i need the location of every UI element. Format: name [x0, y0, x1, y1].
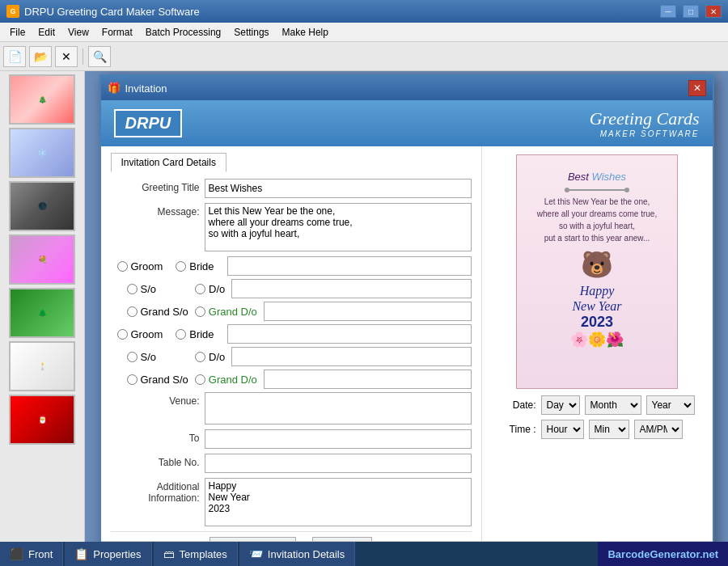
status-tab-templates[interactable]: 🗃 Templates	[154, 542, 238, 566]
status-tabs: ⬛ Front 📋 Properties 🗃 Templates 📨 Invit…	[0, 542, 598, 566]
grand-so2-radio[interactable]	[127, 374, 138, 385]
tab-invitation-card-details[interactable]: Invitation Card Details	[111, 153, 226, 172]
statusbar: ⬛ Front 📋 Properties 🗃 Templates 📨 Invit…	[0, 542, 728, 566]
do1-radio[interactable]	[195, 284, 205, 294]
menu-settings[interactable]: Settings	[227, 25, 275, 40]
grand-so-do-input-2[interactable]	[264, 370, 472, 389]
menu-help[interactable]: Make Help	[276, 25, 335, 40]
dialog: 🎁 Invitation ✕ DRPU Greeting Cards MAKER…	[99, 74, 714, 542]
additional-info-textarea[interactable]: Happy New Year 2023	[205, 478, 472, 526]
templates-label: Templates	[180, 548, 227, 560]
menu-batch[interactable]: Batch Processing	[139, 25, 227, 40]
dialog-icon: 🎁	[108, 82, 121, 95]
card-wishes: Wishes	[592, 171, 627, 183]
toolbar: 📄 📂 ✕ 🔍	[0, 42, 728, 71]
message-row: Message: Let this New Year be the one, w…	[111, 203, 472, 251]
status-tab-invitation[interactable]: 📨 Invitation Details	[239, 542, 355, 566]
sidebar-thumb-5[interactable]: 🌲	[9, 288, 75, 338]
menu-view[interactable]: View	[61, 25, 95, 40]
so2-label[interactable]: S/o	[127, 351, 157, 363]
status-tab-front[interactable]: ⬛ Front	[0, 542, 63, 566]
groom2-label[interactable]: Groom	[117, 328, 163, 340]
outer-window: G DRPU Greeting Card Maker Software ─ □ …	[0, 0, 728, 566]
time-row: Time : Hour Min AM/PM	[500, 420, 695, 439]
dialog-close-button[interactable]: ✕	[688, 80, 706, 96]
sidebar-thumb-3[interactable]: 🌑	[9, 181, 75, 231]
groom2-radio[interactable]	[117, 329, 128, 340]
groom1-label[interactable]: Groom	[117, 260, 163, 272]
so-do-row-1: S/o D/o	[111, 279, 472, 298]
sidebar-thumb-2[interactable]: ❄️	[9, 128, 75, 178]
sidebar: 🎄 ❄️ 🌑 💐 🌲 🕯️ 🎅	[0, 71, 85, 542]
do1-label[interactable]: D/o	[195, 283, 225, 295]
do2-label[interactable]: D/o	[195, 351, 225, 363]
card-divider	[565, 189, 629, 191]
main-area: 🎄 ❄️ 🌑 💐 🌲 🕯️ 🎅	[0, 71, 728, 542]
minimize-button[interactable]: ─	[660, 5, 676, 18]
invitation-icon: 📨	[249, 547, 263, 560]
grand-do1-radio[interactable]	[195, 306, 205, 317]
card-message: Let this New Year be the one, where all …	[527, 196, 667, 244]
message-label: Message:	[111, 203, 200, 218]
venue-textarea[interactable]	[205, 392, 472, 424]
year-select[interactable]: Year	[646, 395, 695, 415]
ampm-select[interactable]: AM/PM	[634, 420, 683, 439]
toolbar-open[interactable]: 📂	[29, 46, 52, 67]
grand-so1-radio[interactable]	[127, 306, 138, 317]
grand-so-do-input-1[interactable]	[264, 302, 472, 321]
properties-label: Properties	[93, 548, 141, 560]
to-input[interactable]	[205, 429, 472, 449]
message-textarea[interactable]: Let this New Year be the one, where all …	[205, 203, 472, 251]
maximize-button[interactable]: □	[683, 5, 699, 18]
month-select[interactable]: Month	[585, 395, 641, 415]
front-label: Front	[28, 548, 53, 560]
grand-do2-radio[interactable]	[195, 374, 205, 385]
grand-do1-label[interactable]: Grand D/o	[195, 306, 257, 318]
table-no-label: Table No.	[111, 454, 200, 468]
greeting-title-input[interactable]	[205, 179, 472, 198]
menubar: File Edit View Format Batch Processing S…	[0, 23, 728, 42]
bride2-radio[interactable]	[176, 329, 186, 340]
toolbar-zoom-out[interactable]: 🔍	[88, 46, 111, 67]
greeting-logo-big: Greeting Cards	[590, 108, 700, 129]
hour-select[interactable]: Hour	[541, 420, 584, 439]
bride1-radio[interactable]	[176, 261, 186, 272]
toolbar-close[interactable]: ✕	[55, 46, 78, 67]
grand-do2-label[interactable]: Grand D/o	[195, 374, 257, 386]
sidebar-thumb-4[interactable]: 💐	[9, 234, 75, 285]
grand-so-do-row-2: Grand S/o Grand D/o	[111, 370, 472, 389]
status-tab-properties[interactable]: 📋 Properties	[65, 542, 151, 566]
bride1-label[interactable]: Bride	[176, 260, 214, 272]
outer-titlebar: G DRPU Greeting Card Maker Software ─ □ …	[0, 0, 728, 23]
table-no-row: Table No.	[111, 454, 472, 473]
day-select[interactable]: Day	[541, 395, 580, 415]
grand-so2-label[interactable]: Grand S/o	[127, 374, 188, 386]
groom1-radio[interactable]	[117, 261, 128, 272]
sidebar-thumb-7[interactable]: 🎅	[9, 395, 75, 445]
so-do-input-1[interactable]	[231, 279, 471, 298]
menu-file[interactable]: File	[3, 25, 32, 40]
table-no-input[interactable]	[205, 454, 472, 473]
card-year: 2023	[527, 314, 667, 331]
sidebar-thumb-1[interactable]: 🎄	[9, 74, 75, 125]
so1-label[interactable]: S/o	[127, 283, 157, 295]
so1-radio[interactable]	[127, 284, 138, 294]
so-do-input-2[interactable]	[231, 347, 471, 366]
sidebar-thumb-6[interactable]: 🕯️	[9, 341, 75, 391]
bride2-label[interactable]: Bride	[176, 328, 214, 340]
so2-radio[interactable]	[127, 352, 138, 362]
groom-bride-input-2[interactable]	[227, 324, 472, 344]
grand-so1-label[interactable]: Grand S/o	[127, 306, 188, 318]
menu-format[interactable]: Format	[95, 25, 139, 40]
properties-icon: 📋	[74, 547, 88, 560]
menu-edit[interactable]: Edit	[32, 25, 61, 40]
min-select[interactable]: Min	[589, 420, 629, 439]
card-best: Best	[568, 171, 592, 183]
toolbar-new[interactable]: 📄	[3, 46, 26, 67]
do2-radio[interactable]	[195, 352, 205, 362]
date-row: Date: Day Month Year	[500, 395, 695, 415]
close-button[interactable]: ✕	[705, 5, 722, 18]
groom-bride-input-1[interactable]	[227, 256, 472, 276]
form-panel: Invitation Card Details Greeting Title M…	[101, 146, 482, 541]
dialog-header: DRPU Greeting Cards MAKER SOFTWARE	[101, 100, 713, 146]
